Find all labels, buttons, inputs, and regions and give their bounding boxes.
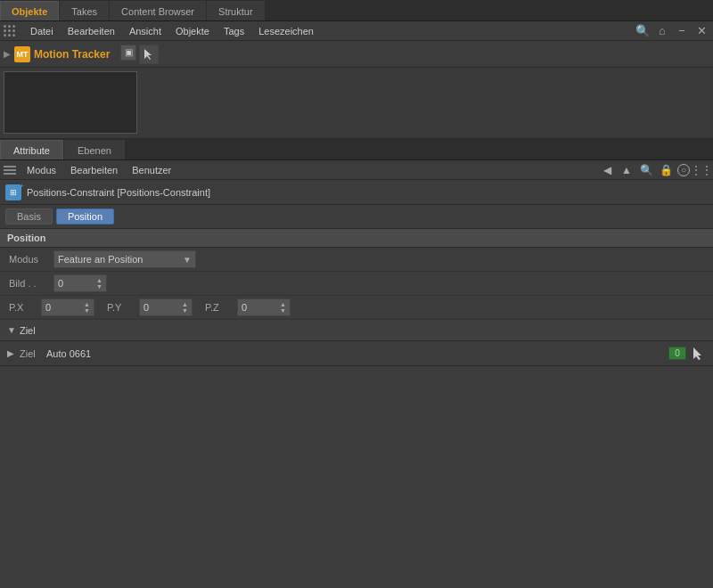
constraint-icon: ⊞ <box>5 184 21 200</box>
object-name: Motion Tracker <box>34 48 110 61</box>
attr-search-icon[interactable]: 🔍 <box>638 162 654 178</box>
empty-space <box>0 366 713 588</box>
menu-bearbeiten[interactable]: Bearbeiten <box>61 24 122 38</box>
pz-arrows: ▲▼ <box>280 301 286 314</box>
bild-label: Bild . . <box>9 278 53 289</box>
up-arrow-icon[interactable]: ▲ <box>619 162 635 178</box>
pz-label: P.Z <box>205 302 230 313</box>
attr-tab-bar: Attribute Ebenen <box>0 139 713 160</box>
attr-menu-benutzer[interactable]: Benutzer <box>125 163 178 177</box>
cursor-icon <box>143 48 155 61</box>
menu-bar: Datei Bearbeiten Ansicht Objekte Tags Le… <box>0 21 713 41</box>
ziel-section-header[interactable]: ▼ Ziel <box>0 320 713 341</box>
bild-input[interactable]: 0 ▲ ▼ <box>53 274 107 292</box>
menu-tags[interactable]: Tags <box>217 24 251 38</box>
tab-attribute[interactable]: Attribute <box>0 140 63 159</box>
tab-content-browser[interactable]: Content Browser <box>110 1 206 20</box>
ziel-row-expand-icon: ▶ <box>7 348 14 358</box>
ziel-cursor-icon[interactable] <box>690 346 706 362</box>
search-icon[interactable]: 🔍 <box>635 23 651 39</box>
attr-menu-modus[interactable]: Modus <box>20 163 63 177</box>
py-arrows: ▲▼ <box>182 301 188 314</box>
ziel-title: Ziel <box>20 325 36 336</box>
tab-struktur[interactable]: Struktur <box>207 1 265 20</box>
sub-tab-position[interactable]: Position <box>56 208 114 225</box>
modus-row: Modus Feature an Position ▼ <box>0 248 713 272</box>
px-label: P.X <box>9 302 34 313</box>
py-label: P.Y <box>107 302 132 313</box>
ziel-row-label: Ziel <box>20 348 46 359</box>
top-tab-bar: Objekte Takes Content Browser Struktur <box>0 0 713 21</box>
constraint-header: ⊞ Positions-Constraint [Positions-Constr… <box>0 180 713 205</box>
position-section-header: Position <box>0 229 713 248</box>
circle-icon[interactable]: ○ <box>677 164 690 176</box>
py-input[interactable]: 0 ▲▼ <box>139 298 193 316</box>
tab-takes[interactable]: Takes <box>60 1 109 20</box>
menu-ansicht[interactable]: Ansicht <box>122 24 168 38</box>
dropdown-arrow-icon: ▼ <box>183 255 192 265</box>
bild-row: Bild . . 0 ▲ ▼ <box>0 272 713 296</box>
ziel-badge: 0 <box>668 347 686 360</box>
sub-tab-bar: Basis Position <box>0 205 713 229</box>
grid-dots-icon[interactable]: ⋮⋮ <box>693 162 709 178</box>
bild-number-arrows: ▲ ▼ <box>96 277 102 290</box>
pxyz-row: P.X 0 ▲▼ P.Y 0 ▲▼ P.Z 0 ▲▼ <box>0 296 713 320</box>
home-icon[interactable]: ⌂ <box>654 23 670 39</box>
object-controls: ▣ <box>120 45 159 64</box>
attr-menu-bar: Modus Bearbeiten Benutzer ◀ ▲ 🔍 🔒 ○ ⋮⋮ <box>0 160 713 180</box>
content-area <box>0 68 713 139</box>
row-toggle-icon[interactable]: ▶ <box>4 49 11 59</box>
modus-label: Modus <box>9 254 53 265</box>
px-arrows: ▲▼ <box>84 301 90 314</box>
content-thumbnail <box>4 71 137 134</box>
svg-marker-0 <box>144 49 152 60</box>
object-ctrl-square[interactable]: ▣ <box>120 45 136 61</box>
ziel-row: ▶ Ziel Auto 0661 0 <box>0 341 713 366</box>
attr-menu-bar-left: Modus Bearbeiten Benutzer <box>4 163 178 177</box>
tab-ebenen[interactable]: Ebenen <box>64 140 125 159</box>
menu-datei[interactable]: Datei <box>23 24 61 38</box>
left-arrow-icon[interactable]: ◀ <box>599 162 615 178</box>
menu-right-icons: 🔍 ⌂ − ✕ <box>635 23 709 39</box>
x-icon[interactable]: ✕ <box>693 23 709 39</box>
minus-icon[interactable]: − <box>674 23 690 39</box>
modus-select[interactable]: Feature an Position ▼ <box>53 250 196 268</box>
tab-objekte[interactable]: Objekte <box>0 1 59 20</box>
constraint-title: Positions-Constraint [Positions-Constrai… <box>27 187 210 198</box>
menu-objekte[interactable]: Objekte <box>168 24 217 38</box>
hamburger-icon <box>4 166 16 175</box>
motion-tracker-icon: MT <box>14 46 30 62</box>
attr-menu-bearbeiten[interactable]: Bearbeiten <box>63 163 125 177</box>
menu-lesezeichen[interactable]: Lesezeichen <box>251 24 321 38</box>
lock-icon[interactable]: 🔒 <box>658 162 674 178</box>
ziel-collapse-icon: ▼ <box>7 325 16 335</box>
ziel-row-value: Auto 0661 <box>46 348 668 359</box>
px-input[interactable]: 0 ▲▼ <box>41 298 94 316</box>
sub-tab-basis[interactable]: Basis <box>5 208 53 225</box>
svg-marker-1 <box>693 347 701 360</box>
attr-menu-right: ◀ ▲ 🔍 🔒 ○ ⋮⋮ <box>599 162 709 178</box>
grid-icon <box>4 23 20 39</box>
pz-input[interactable]: 0 ▲▼ <box>237 298 291 316</box>
object-row: ▶ MT Motion Tracker ▣ <box>0 41 713 68</box>
object-ctrl-cursor[interactable] <box>139 45 159 64</box>
